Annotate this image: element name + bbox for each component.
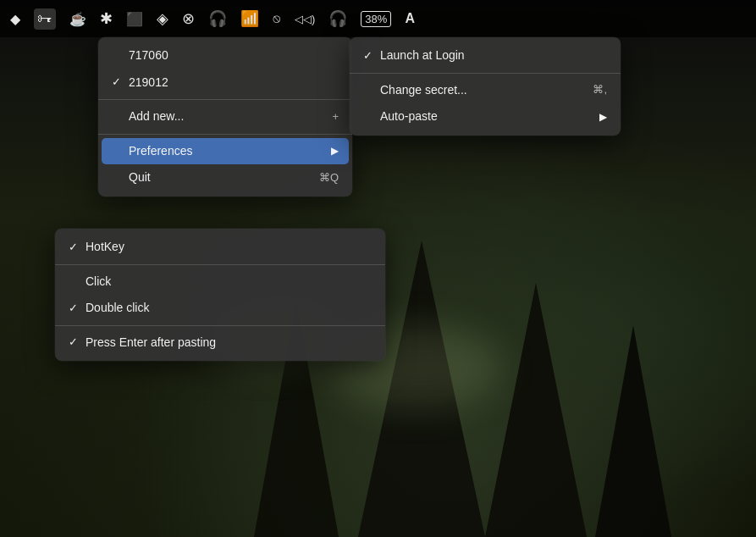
hotkey-sep1 <box>55 264 385 265</box>
launch-login-check: ✓ <box>363 48 377 64</box>
earphones-icon[interactable]: ⍉ <box>273 11 281 26</box>
quit-label: Quit <box>129 169 151 186</box>
hotkey-check: ✓ <box>69 240 82 255</box>
auto-paste-item[interactable]: Auto-paste ▶ <box>350 103 621 130</box>
click-check <box>69 274 82 289</box>
press-enter-label: Press Enter after pasting <box>86 335 216 352</box>
add-new-check <box>112 109 125 125</box>
text-input-icon[interactable]: A <box>405 11 415 26</box>
add-new-label: Add new... <box>129 108 184 125</box>
volume-icon[interactable]: ◁◁) <box>295 13 315 25</box>
auto-paste-label: Auto-paste <box>380 108 438 125</box>
change-secret-shortcut: ⌘, <box>593 82 607 97</box>
preferences-check <box>112 143 125 158</box>
sep1 <box>98 99 352 100</box>
preferences-menu: ✓ Launch at Login Change secret... ⌘, Au… <box>350 37 621 136</box>
wifi-icon[interactable]: 📶 <box>240 9 259 28</box>
code2-label: 219012 <box>129 75 168 91</box>
quit-shortcut: ⌘Q <box>319 170 339 185</box>
hotkey-item[interactable]: ✓ HotKey <box>55 234 385 261</box>
press-enter-item[interactable]: ✓ Press Enter after pasting <box>55 329 385 357</box>
hotkey-sep2 <box>55 325 385 326</box>
click-item[interactable]: Click <box>55 268 385 296</box>
shazam-icon[interactable]: ◈ <box>157 9 168 28</box>
change-secret-item[interactable]: Change secret... ⌘, <box>350 77 621 104</box>
click-label: Click <box>86 274 111 291</box>
headset-icon[interactable]: 🎧 <box>328 9 347 28</box>
code1-item[interactable]: 717060 <box>98 42 352 69</box>
bluetooth-icon[interactable]: ✱ <box>100 9 113 28</box>
preferences-arrow: ▶ <box>331 144 339 158</box>
menubar: ◆ 🗝 ☕ ✱ ⬛ ◈ ⊗ 🎧 📶 ⍉ ◁◁) 🎧 38% A <box>0 0 756 37</box>
main-menu: 717060 ✓ 219012 Add new... + Preferences… <box>98 37 352 197</box>
quit-check <box>112 170 125 185</box>
code2-item[interactable]: ✓ 219012 <box>98 69 352 97</box>
change-secret-check <box>363 82 377 97</box>
press-enter-check: ✓ <box>69 335 82 350</box>
sep2 <box>98 134 352 135</box>
close-circle-icon[interactable]: ⊗ <box>182 9 195 28</box>
double-click-item[interactable]: ✓ Double click <box>55 295 385 322</box>
hotkey-menu: ✓ HotKey Click ✓ Double click ✓ Press En… <box>55 229 385 361</box>
code2-check: ✓ <box>112 75 125 90</box>
double-click-check: ✓ <box>69 301 82 316</box>
launch-login-item[interactable]: ✓ Launch at Login <box>350 42 621 69</box>
auto-paste-arrow: ▶ <box>599 110 607 125</box>
preferences-label: Preferences <box>129 143 192 160</box>
code1-check <box>112 48 125 64</box>
location-icon[interactable]: ◆ <box>10 11 20 27</box>
key-icon[interactable]: 🗝 <box>34 8 56 30</box>
hotkey-label: HotKey <box>86 239 124 256</box>
coffee-icon[interactable]: ☕ <box>69 11 86 27</box>
change-secret-label: Change secret... <box>380 82 467 99</box>
preferences-item[interactable]: Preferences ▶ <box>102 138 349 165</box>
quit-item[interactable]: Quit ⌘Q <box>98 164 352 191</box>
airplay-icon[interactable]: ⬛ <box>126 11 143 27</box>
battery-icon[interactable]: 38% <box>361 11 391 27</box>
pref-sep1 <box>350 73 621 74</box>
add-new-item[interactable]: Add new... + <box>98 103 352 130</box>
launch-login-label: Launch at Login <box>380 47 465 64</box>
code1-label: 717060 <box>129 47 168 64</box>
add-new-shortcut: + <box>332 109 339 125</box>
auto-paste-check <box>363 109 377 125</box>
headphones-icon[interactable]: 🎧 <box>208 9 227 28</box>
double-click-label: Double click <box>86 300 149 317</box>
